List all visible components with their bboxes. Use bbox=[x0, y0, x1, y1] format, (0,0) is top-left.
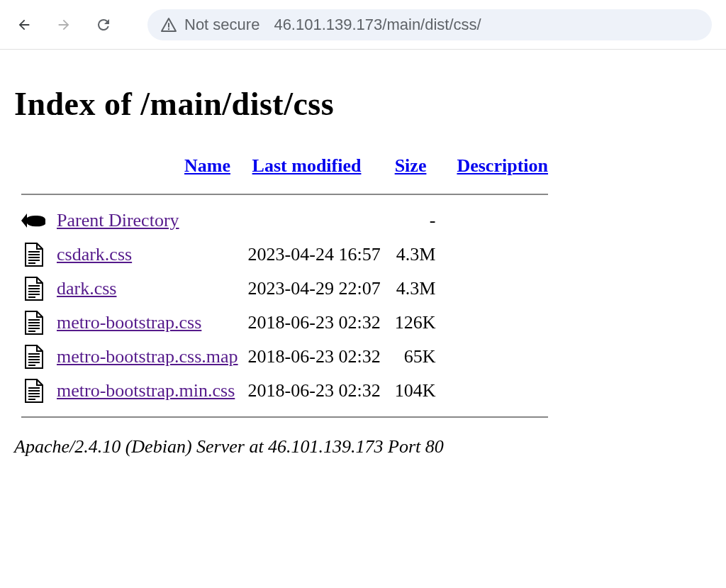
file-link[interactable]: metro-bootstrap.min.css bbox=[57, 380, 235, 401]
file-link[interactable]: metro-bootstrap.css.map bbox=[57, 346, 238, 367]
back-button[interactable] bbox=[14, 15, 34, 35]
table-header-row: Name Last modified Size Description bbox=[14, 151, 555, 185]
reload-icon bbox=[95, 16, 112, 33]
row-lastmodified-cell: 2023-04-29 22:07 bbox=[245, 272, 388, 306]
divider-row bbox=[14, 185, 555, 204]
row-description-cell bbox=[449, 306, 555, 340]
row-lastmodified-cell bbox=[245, 204, 388, 238]
row-icon-cell bbox=[14, 272, 50, 306]
table-row: Parent Directory- bbox=[14, 204, 555, 238]
row-description-cell bbox=[449, 204, 555, 238]
reload-button[interactable] bbox=[94, 15, 113, 35]
server-footer: Apache/2.4.10 (Debian) Server at 46.101.… bbox=[14, 436, 712, 457]
divider bbox=[21, 416, 548, 418]
table-row: metro-bootstrap.css2018-06-23 02:32126K bbox=[14, 306, 555, 340]
directory-listing-table: Name Last modified Size Description Pare… bbox=[14, 151, 555, 426]
page-title: Index of /main/dist/css bbox=[14, 85, 712, 123]
page-content: Index of /main/dist/css Name Last modifi… bbox=[0, 50, 726, 472]
row-lastmodified-cell: 2018-06-23 02:32 bbox=[245, 306, 388, 340]
row-icon-cell bbox=[14, 374, 50, 408]
row-name-cell: Parent Directory bbox=[50, 204, 245, 238]
divider-row bbox=[14, 408, 555, 426]
row-icon-cell bbox=[14, 340, 50, 374]
row-name-cell: dark.css bbox=[50, 272, 245, 306]
file-link[interactable]: Parent Directory bbox=[57, 210, 179, 231]
url-text: 46.101.139.173/main/dist/css/ bbox=[274, 16, 481, 34]
column-header-name[interactable]: Name bbox=[184, 155, 230, 176]
svg-point-1 bbox=[168, 28, 169, 29]
row-name-cell: metro-bootstrap.css.map bbox=[50, 340, 245, 374]
not-secure-label: Not secure bbox=[184, 16, 259, 34]
forward-button[interactable] bbox=[54, 15, 74, 35]
table-row: metro-bootstrap.css.map2018-06-23 02:326… bbox=[14, 340, 555, 374]
row-size-cell: - bbox=[388, 204, 450, 238]
row-name-cell: metro-bootstrap.min.css bbox=[50, 374, 245, 408]
arrow-left-icon bbox=[16, 17, 32, 33]
row-size-cell: 4.3M bbox=[388, 272, 450, 306]
arrow-right-icon bbox=[56, 17, 72, 33]
file-link[interactable]: dark.css bbox=[57, 278, 116, 299]
row-name-cell: csdark.css bbox=[50, 238, 245, 272]
row-icon-cell bbox=[14, 306, 50, 340]
text-file-icon bbox=[21, 242, 47, 267]
table-row: metro-bootstrap.min.css2018-06-23 02:321… bbox=[14, 374, 555, 408]
row-description-cell bbox=[449, 340, 555, 374]
row-lastmodified-cell: 2018-06-23 02:32 bbox=[245, 374, 388, 408]
row-size-cell: 65K bbox=[388, 340, 450, 374]
row-lastmodified-cell: 2023-04-24 16:57 bbox=[245, 238, 388, 272]
column-header-size[interactable]: Size bbox=[395, 155, 427, 176]
row-description-cell bbox=[449, 238, 555, 272]
parent-directory-icon bbox=[21, 208, 47, 233]
text-file-icon bbox=[21, 378, 47, 404]
table-row: csdark.css2023-04-24 16:574.3M bbox=[14, 238, 555, 272]
row-description-cell bbox=[449, 272, 555, 306]
text-file-icon bbox=[21, 344, 47, 370]
row-size-cell: 104K bbox=[388, 374, 450, 408]
text-file-icon bbox=[21, 310, 47, 335]
column-header-description[interactable]: Description bbox=[457, 155, 548, 176]
row-lastmodified-cell: 2018-06-23 02:32 bbox=[245, 340, 388, 374]
browser-toolbar: Not secure 46.101.139.173/main/dist/css/ bbox=[0, 0, 726, 50]
row-size-cell: 4.3M bbox=[388, 238, 450, 272]
file-link[interactable]: metro-bootstrap.css bbox=[57, 312, 201, 333]
warning-icon bbox=[160, 16, 177, 33]
table-row: dark.css2023-04-29 22:074.3M bbox=[14, 272, 555, 306]
file-link[interactable]: csdark.css bbox=[57, 244, 132, 265]
address-bar[interactable]: Not secure 46.101.139.173/main/dist/css/ bbox=[147, 9, 712, 40]
row-name-cell: metro-bootstrap.css bbox=[50, 306, 245, 340]
column-header-lastmodified[interactable]: Last modified bbox=[252, 155, 362, 176]
row-icon-cell bbox=[14, 204, 50, 238]
row-size-cell: 126K bbox=[388, 306, 450, 340]
divider bbox=[21, 194, 548, 195]
row-icon-cell bbox=[14, 238, 50, 272]
text-file-icon bbox=[21, 276, 47, 301]
row-description-cell bbox=[449, 374, 555, 408]
